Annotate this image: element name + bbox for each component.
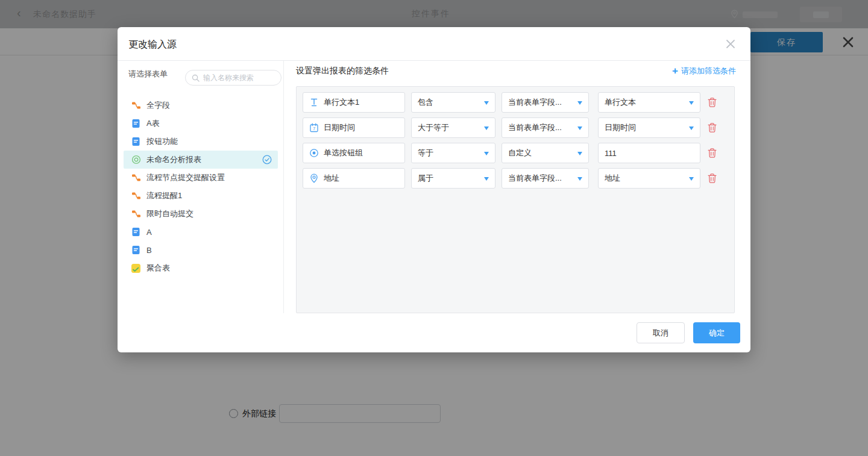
operator-select[interactable]: 包含	[411, 92, 495, 113]
chevron-down-icon	[689, 126, 694, 130]
operator-select[interactable]: 大于等于	[411, 117, 495, 138]
delete-row-icon[interactable]	[707, 173, 717, 184]
sidebar-form-item[interactable]: 按钮功能	[124, 133, 278, 151]
value-select[interactable]: 地址	[598, 168, 700, 189]
source-value: 自定义	[508, 148, 532, 158]
field-box[interactable]: 7 日期时间	[303, 117, 405, 138]
sidebar-form-item[interactable]: 流程提醒1	[124, 187, 278, 205]
flow-icon	[131, 173, 141, 183]
field-box[interactable]: 单行文本1	[303, 92, 405, 113]
field-label: 日期时间	[324, 122, 355, 133]
source-select[interactable]: 当前表单字段...	[502, 168, 589, 189]
source-value: 当前表单字段...	[508, 97, 562, 108]
value-text: 单行文本	[605, 97, 636, 108]
chevron-down-icon	[577, 101, 582, 105]
flow-icon	[131, 209, 141, 219]
chevron-down-icon	[689, 101, 694, 105]
chevron-down-icon	[577, 177, 582, 181]
dialog-title: 更改输入源	[128, 39, 177, 51]
radio-icon	[309, 148, 319, 158]
plus-icon: +	[672, 67, 678, 75]
value-text: 地址	[605, 173, 620, 184]
selected-check-icon	[262, 155, 272, 164]
field-box[interactable]: 地址	[303, 168, 405, 189]
cancel-button[interactable]: 取消	[637, 322, 685, 343]
sidebar-form-item[interactable]: A表	[124, 114, 278, 133]
flow-icon	[131, 191, 141, 201]
operator-value: 包含	[418, 97, 433, 108]
add-filter-link[interactable]: + 请添加筛选条件	[672, 66, 736, 77]
source-value: 当前表单字段...	[508, 122, 562, 133]
search-icon	[192, 74, 200, 82]
form-search-input[interactable]	[203, 73, 274, 82]
chevron-down-icon	[689, 177, 694, 181]
field-label: 单行文本1	[324, 97, 359, 108]
sidebar-form-item[interactable]: 限时自动提交	[124, 205, 278, 223]
value-input[interactable]: 111	[598, 143, 700, 163]
sidebar-item-label: 未命名分析报表	[146, 154, 257, 165]
source-select[interactable]: 自定义	[502, 143, 589, 163]
chevron-down-icon	[577, 126, 582, 130]
operator-value: 等于	[418, 148, 433, 158]
filter-section-title: 设置弹出报表的筛选条件	[296, 66, 389, 77]
sidebar-form-item[interactable]: A	[124, 223, 278, 241]
flow-icon	[131, 101, 141, 111]
value-select[interactable]: 单行文本	[598, 92, 700, 113]
confirm-button[interactable]: 确定	[693, 322, 740, 343]
sidebar-item-label: 聚合表	[146, 263, 272, 273]
operator-select[interactable]: 等于	[411, 143, 495, 163]
field-label: 地址	[324, 173, 339, 184]
aggregate-icon	[131, 263, 141, 273]
sidebar-item-label: 流程提醒1	[146, 190, 272, 201]
doc-icon	[131, 119, 141, 129]
delete-row-icon[interactable]	[707, 148, 717, 158]
sidebar-form-item[interactable]: 未命名分析报表	[124, 151, 278, 169]
sidebar-item-label: A表	[146, 118, 272, 129]
dialog-close-icon[interactable]	[725, 38, 737, 50]
chevron-down-icon	[484, 152, 489, 155]
dialog-header: 更改输入源	[118, 27, 750, 61]
sidebar-item-label: 限时自动提交	[146, 208, 272, 219]
form-list: 全字段 A表 按钮功能 未命名分析报表 流程节点提交提醒设置 流程提醒1 限时自…	[124, 96, 278, 277]
filter-condition-row: 单选按钮组 等于 自定义 111	[297, 143, 734, 163]
value-text: 日期时间	[605, 122, 636, 133]
doc-icon	[131, 227, 141, 237]
delete-row-icon[interactable]	[707, 122, 717, 133]
chevron-down-icon	[484, 101, 489, 105]
sidebar-item-label: B	[146, 246, 272, 255]
text-icon	[309, 98, 319, 108]
add-filter-label: 请添加筛选条件	[681, 66, 736, 77]
chevron-down-icon	[577, 152, 582, 155]
page: ‹ 未命名数据助手 控件事件 保存 外部链接 测试 更改输入源 请选择表单 全字…	[0, 0, 868, 456]
source-select[interactable]: 当前表单字段...	[502, 92, 589, 113]
source-select[interactable]: 当前表单字段...	[502, 117, 589, 138]
filter-condition-row: 单行文本1 包含 当前表单字段... 单行文本	[297, 92, 734, 113]
delete-row-icon[interactable]	[707, 97, 717, 108]
sidebar-item-label: A	[146, 228, 272, 237]
field-box[interactable]: 单选按钮组	[303, 143, 405, 163]
operator-select[interactable]: 属于	[411, 168, 495, 189]
sidebar-form-item[interactable]: 聚合表	[124, 259, 278, 277]
operator-value: 大于等于	[418, 122, 449, 133]
svg-text:7: 7	[312, 126, 315, 131]
value-text: 111	[605, 149, 617, 158]
sidebar-form-item[interactable]: 流程节点提交提醒设置	[124, 169, 278, 187]
sidebar-form-item[interactable]: 全字段	[124, 96, 278, 114]
chevron-down-icon	[484, 126, 489, 130]
chevron-down-icon	[484, 177, 489, 181]
filter-condition-row: 7 日期时间 大于等于 当前表单字段... 日期时间	[297, 117, 734, 138]
report-icon	[131, 155, 141, 165]
sidebar-item-label: 流程节点提交提醒设置	[146, 172, 272, 183]
doc-icon	[131, 137, 141, 147]
filter-conditions-panel: 单行文本1 包含 当前表单字段... 单行文本 7 日期时间 大于等于 当前表单…	[296, 86, 735, 313]
sidebar-item-label: 按钮功能	[146, 136, 272, 147]
field-label: 单选按钮组	[324, 148, 363, 158]
doc-icon	[131, 245, 141, 255]
sidebar-divider	[283, 61, 284, 313]
filter-condition-row: 地址 属于 当前表单字段... 地址	[297, 168, 734, 189]
select-form-label: 请选择表单	[128, 69, 168, 80]
location-icon	[309, 173, 319, 184]
sidebar-form-item[interactable]: B	[124, 241, 278, 259]
value-select[interactable]: 日期时间	[598, 117, 700, 138]
change-input-source-dialog: 更改输入源 请选择表单 全字段 A表 按钮功能 未命名分析报表 流程节点提交提醒…	[118, 27, 750, 352]
